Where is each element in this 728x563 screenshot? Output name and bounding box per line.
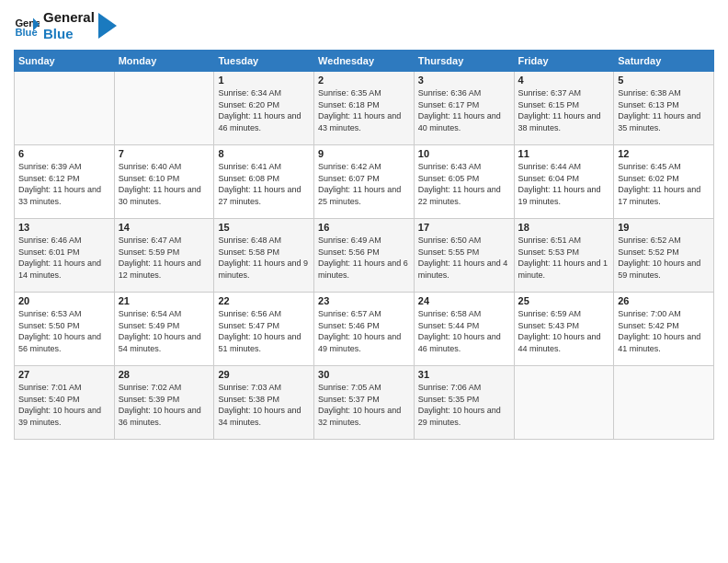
day-header-tuesday: Tuesday <box>214 51 314 72</box>
calendar-cell: 12Sunrise: 6:45 AMSunset: 6:02 PMDayligh… <box>614 145 714 219</box>
calendar-cell <box>614 366 714 440</box>
calendar-cell: 29Sunrise: 7:03 AMSunset: 5:38 PMDayligh… <box>214 366 314 440</box>
cell-content: Sunrise: 6:37 AMSunset: 6:15 PMDaylight:… <box>518 87 610 133</box>
cell-content: Sunrise: 6:34 AMSunset: 6:20 PMDaylight:… <box>218 87 310 133</box>
cell-content: Sunrise: 6:40 AMSunset: 6:10 PMDaylight:… <box>119 161 210 207</box>
calendar-cell: 14Sunrise: 6:47 AMSunset: 5:59 PMDayligh… <box>114 219 214 293</box>
day-number: 23 <box>318 295 410 306</box>
day-number: 14 <box>119 222 210 233</box>
day-number: 16 <box>318 222 410 233</box>
day-number: 9 <box>318 148 410 159</box>
calendar-cell: 18Sunrise: 6:51 AMSunset: 5:53 PMDayligh… <box>514 219 614 293</box>
calendar-cell: 6Sunrise: 6:39 AMSunset: 6:12 PMDaylight… <box>15 145 115 219</box>
day-number: 7 <box>119 148 210 159</box>
day-number: 17 <box>418 222 510 233</box>
calendar-cell: 20Sunrise: 6:53 AMSunset: 5:50 PMDayligh… <box>15 293 115 366</box>
day-header-friday: Friday <box>514 51 614 72</box>
logo-icon: General Blue <box>14 13 40 39</box>
calendar-cell: 1Sunrise: 6:34 AMSunset: 6:20 PMDaylight… <box>214 72 314 145</box>
cell-content: Sunrise: 7:06 AMSunset: 5:35 PMDaylight:… <box>418 382 510 428</box>
calendar-cell: 28Sunrise: 7:02 AMSunset: 5:39 PMDayligh… <box>114 366 214 440</box>
day-number: 21 <box>119 295 210 306</box>
day-number: 29 <box>218 369 310 380</box>
day-number: 22 <box>218 295 310 306</box>
calendar-week-1: 1Sunrise: 6:34 AMSunset: 6:20 PMDaylight… <box>15 72 714 145</box>
day-number: 24 <box>418 295 510 306</box>
cell-content: Sunrise: 6:39 AMSunset: 6:12 PMDaylight:… <box>18 161 110 207</box>
calendar-week-2: 6Sunrise: 6:39 AMSunset: 6:12 PMDaylight… <box>15 145 714 219</box>
cell-content: Sunrise: 6:54 AMSunset: 5:49 PMDaylight:… <box>119 308 210 354</box>
calendar-cell: 10Sunrise: 6:43 AMSunset: 6:05 PMDayligh… <box>414 145 514 219</box>
cell-content: Sunrise: 7:01 AMSunset: 5:40 PMDaylight:… <box>18 382 110 428</box>
calendar-cell <box>514 366 614 440</box>
day-number: 12 <box>618 148 710 159</box>
day-number: 3 <box>418 75 510 86</box>
calendar-cell: 21Sunrise: 6:54 AMSunset: 5:49 PMDayligh… <box>114 293 214 366</box>
calendar-cell: 27Sunrise: 7:01 AMSunset: 5:40 PMDayligh… <box>15 366 115 440</box>
day-header-thursday: Thursday <box>414 51 514 72</box>
calendar-cell: 15Sunrise: 6:48 AMSunset: 5:58 PMDayligh… <box>214 219 314 293</box>
cell-content: Sunrise: 6:49 AMSunset: 5:56 PMDaylight:… <box>318 235 410 281</box>
calendar-cell: 26Sunrise: 7:00 AMSunset: 5:42 PMDayligh… <box>614 293 714 366</box>
cell-content: Sunrise: 6:46 AMSunset: 6:01 PMDaylight:… <box>18 235 110 281</box>
cell-content: Sunrise: 6:45 AMSunset: 6:02 PMDaylight:… <box>618 161 710 207</box>
svg-marker-3 <box>98 13 117 39</box>
day-number: 27 <box>18 369 110 380</box>
calendar-cell: 23Sunrise: 6:57 AMSunset: 5:46 PMDayligh… <box>314 293 415 366</box>
cell-content: Sunrise: 6:42 AMSunset: 6:07 PMDaylight:… <box>318 161 410 207</box>
day-number: 31 <box>418 369 510 380</box>
calendar-week-4: 20Sunrise: 6:53 AMSunset: 5:50 PMDayligh… <box>15 293 714 366</box>
calendar-cell: 30Sunrise: 7:05 AMSunset: 5:37 PMDayligh… <box>314 366 415 440</box>
day-number: 15 <box>218 222 310 233</box>
day-number: 5 <box>618 75 710 86</box>
calendar-cell: 31Sunrise: 7:06 AMSunset: 5:35 PMDayligh… <box>414 366 514 440</box>
cell-content: Sunrise: 6:47 AMSunset: 5:59 PMDaylight:… <box>119 235 210 281</box>
day-header-saturday: Saturday <box>614 51 714 72</box>
day-number: 26 <box>618 295 710 306</box>
header-row: SundayMondayTuesdayWednesdayThursdayFrid… <box>15 51 714 72</box>
calendar-cell: 2Sunrise: 6:35 AMSunset: 6:18 PMDaylight… <box>314 72 415 145</box>
cell-content: Sunrise: 6:56 AMSunset: 5:47 PMDaylight:… <box>218 308 310 354</box>
calendar-cell: 9Sunrise: 6:42 AMSunset: 6:07 PMDaylight… <box>314 145 415 219</box>
calendar-cell: 22Sunrise: 6:56 AMSunset: 5:47 PMDayligh… <box>214 293 314 366</box>
cell-content: Sunrise: 6:41 AMSunset: 6:08 PMDaylight:… <box>218 161 310 207</box>
logo: General Blue General Blue <box>14 9 117 42</box>
cell-content: Sunrise: 6:53 AMSunset: 5:50 PMDaylight:… <box>18 308 110 354</box>
calendar-cell: 25Sunrise: 6:59 AMSunset: 5:43 PMDayligh… <box>514 293 614 366</box>
cell-content: Sunrise: 6:36 AMSunset: 6:17 PMDaylight:… <box>418 87 510 133</box>
logo-text-general: General <box>43 9 95 26</box>
day-number: 20 <box>18 295 110 306</box>
cell-content: Sunrise: 7:02 AMSunset: 5:39 PMDaylight:… <box>119 382 210 428</box>
calendar-page: General Blue General Blue SundayMondayTu… <box>0 0 728 563</box>
cell-content: Sunrise: 6:58 AMSunset: 5:44 PMDaylight:… <box>418 308 510 354</box>
day-number: 18 <box>518 222 610 233</box>
calendar-cell: 8Sunrise: 6:41 AMSunset: 6:08 PMDaylight… <box>214 145 314 219</box>
calendar-cell: 7Sunrise: 6:40 AMSunset: 6:10 PMDaylight… <box>114 145 214 219</box>
cell-content: Sunrise: 6:57 AMSunset: 5:46 PMDaylight:… <box>318 308 410 354</box>
calendar-cell: 24Sunrise: 6:58 AMSunset: 5:44 PMDayligh… <box>414 293 514 366</box>
day-number: 13 <box>18 222 110 233</box>
day-header-wednesday: Wednesday <box>314 51 415 72</box>
cell-content: Sunrise: 6:48 AMSunset: 5:58 PMDaylight:… <box>218 235 310 281</box>
day-number: 10 <box>418 148 510 159</box>
calendar-cell: 5Sunrise: 6:38 AMSunset: 6:13 PMDaylight… <box>614 72 714 145</box>
cell-content: Sunrise: 7:05 AMSunset: 5:37 PMDaylight:… <box>318 382 410 428</box>
calendar-week-5: 27Sunrise: 7:01 AMSunset: 5:40 PMDayligh… <box>15 366 714 440</box>
day-number: 30 <box>318 369 410 380</box>
calendar-table: SundayMondayTuesdayWednesdayThursdayFrid… <box>14 50 714 440</box>
calendar-cell: 13Sunrise: 6:46 AMSunset: 6:01 PMDayligh… <box>15 219 115 293</box>
calendar-cell: 19Sunrise: 6:52 AMSunset: 5:52 PMDayligh… <box>614 219 714 293</box>
day-header-monday: Monday <box>114 51 214 72</box>
cell-content: Sunrise: 6:59 AMSunset: 5:43 PMDaylight:… <box>518 308 610 354</box>
day-number: 19 <box>618 222 710 233</box>
day-number: 2 <box>318 75 410 86</box>
day-number: 6 <box>18 148 110 159</box>
calendar-cell: 4Sunrise: 6:37 AMSunset: 6:15 PMDaylight… <box>514 72 614 145</box>
calendar-cell <box>15 72 115 145</box>
day-number: 11 <box>518 148 610 159</box>
cell-content: Sunrise: 7:00 AMSunset: 5:42 PMDaylight:… <box>618 308 710 354</box>
cell-content: Sunrise: 6:44 AMSunset: 6:04 PMDaylight:… <box>518 161 610 207</box>
calendar-cell <box>114 72 214 145</box>
day-number: 8 <box>218 148 310 159</box>
day-number: 1 <box>218 75 310 86</box>
